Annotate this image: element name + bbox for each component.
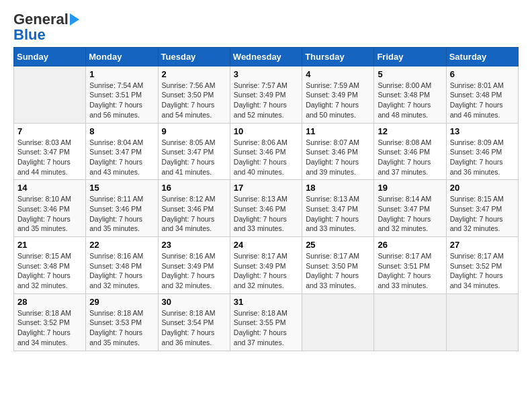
calendar-cell [374, 293, 446, 351]
calendar-cell: 31Sunrise: 8:18 AM Sunset: 3:55 PM Dayli… [230, 293, 302, 351]
day-info: Sunrise: 8:17 AM Sunset: 3:49 PM Dayligh… [234, 251, 298, 291]
weekday-header-tuesday: Tuesday [158, 47, 230, 66]
day-info: Sunrise: 7:56 AM Sunset: 3:50 PM Dayligh… [162, 81, 226, 120]
day-number: 19 [378, 183, 442, 193]
calendar-cell: 8Sunrise: 8:04 AM Sunset: 3:47 PM Daylig… [86, 123, 158, 180]
day-number: 16 [162, 183, 226, 193]
calendar-cell: 10Sunrise: 8:06 AM Sunset: 3:46 PM Dayli… [230, 123, 302, 180]
calendar-cell: 14Sunrise: 8:10 AM Sunset: 3:46 PM Dayli… [14, 180, 86, 237]
calendar-week-row: 21Sunrise: 8:15 AM Sunset: 3:48 PM Dayli… [14, 237, 519, 294]
day-number: 5 [378, 69, 442, 79]
day-info: Sunrise: 7:59 AM Sunset: 3:49 PM Dayligh… [306, 81, 370, 120]
weekday-header-wednesday: Wednesday [230, 47, 302, 66]
day-number: 6 [450, 69, 515, 79]
day-number: 17 [234, 183, 298, 193]
weekday-header-saturday: Saturday [446, 47, 518, 66]
calendar-week-row: 14Sunrise: 8:10 AM Sunset: 3:46 PM Dayli… [14, 180, 519, 237]
day-info: Sunrise: 8:16 AM Sunset: 3:49 PM Dayligh… [162, 251, 226, 291]
calendar-cell: 16Sunrise: 8:12 AM Sunset: 3:46 PM Dayli… [158, 180, 230, 237]
day-number: 9 [162, 126, 226, 136]
calendar-header-row: SundayMondayTuesdayWednesdayThursdayFrid… [14, 47, 519, 66]
day-number: 1 [89, 69, 154, 79]
day-info: Sunrise: 8:13 AM Sunset: 3:47 PM Dayligh… [306, 194, 370, 234]
day-number: 12 [378, 126, 442, 136]
calendar-cell: 4Sunrise: 7:59 AM Sunset: 3:49 PM Daylig… [302, 66, 374, 123]
calendar-cell: 7Sunrise: 8:03 AM Sunset: 3:47 PM Daylig… [14, 123, 86, 180]
day-info: Sunrise: 8:00 AM Sunset: 3:48 PM Dayligh… [378, 81, 442, 120]
calendar-cell [446, 293, 518, 351]
calendar-cell [302, 293, 374, 351]
day-number: 14 [17, 183, 82, 193]
day-number: 7 [17, 126, 82, 136]
calendar-cell: 2Sunrise: 7:56 AM Sunset: 3:50 PM Daylig… [158, 66, 230, 123]
day-number: 30 [162, 297, 226, 307]
logo: General Blue [13, 11, 79, 42]
calendar-cell: 19Sunrise: 8:14 AM Sunset: 3:47 PM Dayli… [374, 180, 446, 237]
day-number: 25 [306, 240, 370, 250]
day-number: 4 [306, 69, 370, 79]
day-info: Sunrise: 8:15 AM Sunset: 3:48 PM Dayligh… [17, 251, 82, 291]
day-info: Sunrise: 8:01 AM Sunset: 3:48 PM Dayligh… [450, 81, 515, 120]
day-number: 22 [89, 240, 154, 250]
day-info: Sunrise: 8:07 AM Sunset: 3:46 PM Dayligh… [306, 138, 370, 177]
calendar-cell: 27Sunrise: 8:17 AM Sunset: 3:52 PM Dayli… [446, 237, 518, 294]
day-info: Sunrise: 8:14 AM Sunset: 3:47 PM Dayligh… [378, 194, 442, 234]
day-number: 28 [17, 297, 82, 307]
day-number: 26 [378, 240, 442, 250]
calendar-week-row: 1Sunrise: 7:54 AM Sunset: 3:51 PM Daylig… [14, 66, 519, 123]
day-number: 13 [450, 126, 515, 136]
calendar-cell: 1Sunrise: 7:54 AM Sunset: 3:51 PM Daylig… [86, 66, 158, 123]
day-number: 15 [89, 183, 154, 193]
weekday-header-friday: Friday [374, 47, 446, 66]
calendar-cell: 3Sunrise: 7:57 AM Sunset: 3:49 PM Daylig… [230, 66, 302, 123]
logo-arrow-icon [70, 13, 79, 26]
calendar-cell: 25Sunrise: 8:17 AM Sunset: 3:50 PM Dayli… [302, 237, 374, 294]
calendar-cell: 15Sunrise: 8:11 AM Sunset: 3:46 PM Dayli… [86, 180, 158, 237]
day-info: Sunrise: 8:04 AM Sunset: 3:47 PM Dayligh… [89, 138, 154, 177]
day-number: 21 [17, 240, 82, 250]
logo-blue: Blue [13, 28, 46, 42]
calendar-cell: 24Sunrise: 8:17 AM Sunset: 3:49 PM Dayli… [230, 237, 302, 294]
day-info: Sunrise: 8:05 AM Sunset: 3:47 PM Dayligh… [162, 138, 226, 177]
page-header: General Blue [13, 11, 519, 42]
day-number: 3 [234, 69, 298, 79]
calendar-cell [14, 66, 86, 123]
calendar-cell: 5Sunrise: 8:00 AM Sunset: 3:48 PM Daylig… [374, 66, 446, 123]
day-info: Sunrise: 8:09 AM Sunset: 3:46 PM Dayligh… [450, 138, 515, 177]
calendar-cell: 17Sunrise: 8:13 AM Sunset: 3:46 PM Dayli… [230, 180, 302, 237]
calendar-cell: 11Sunrise: 8:07 AM Sunset: 3:46 PM Dayli… [302, 123, 374, 180]
weekday-header-thursday: Thursday [302, 47, 374, 66]
calendar-week-row: 28Sunrise: 8:18 AM Sunset: 3:52 PM Dayli… [14, 293, 519, 351]
day-info: Sunrise: 8:17 AM Sunset: 3:52 PM Dayligh… [450, 251, 515, 291]
day-info: Sunrise: 8:12 AM Sunset: 3:46 PM Dayligh… [162, 194, 226, 234]
calendar-week-row: 7Sunrise: 8:03 AM Sunset: 3:47 PM Daylig… [14, 123, 519, 180]
day-info: Sunrise: 8:17 AM Sunset: 3:50 PM Dayligh… [306, 251, 370, 291]
day-number: 31 [234, 297, 298, 307]
day-info: Sunrise: 7:57 AM Sunset: 3:49 PM Dayligh… [234, 81, 298, 120]
day-info: Sunrise: 8:18 AM Sunset: 3:55 PM Dayligh… [234, 308, 298, 348]
calendar-cell: 21Sunrise: 8:15 AM Sunset: 3:48 PM Dayli… [14, 237, 86, 294]
calendar-cell: 30Sunrise: 8:18 AM Sunset: 3:54 PM Dayli… [158, 293, 230, 351]
day-info: Sunrise: 8:06 AM Sunset: 3:46 PM Dayligh… [234, 138, 298, 177]
calendar-cell: 23Sunrise: 8:16 AM Sunset: 3:49 PM Dayli… [158, 237, 230, 294]
weekday-header-monday: Monday [86, 47, 158, 66]
day-info: Sunrise: 8:03 AM Sunset: 3:47 PM Dayligh… [17, 138, 82, 177]
day-info: Sunrise: 8:15 AM Sunset: 3:47 PM Dayligh… [450, 194, 515, 234]
calendar-cell: 29Sunrise: 8:18 AM Sunset: 3:53 PM Dayli… [86, 293, 158, 351]
day-info: Sunrise: 8:17 AM Sunset: 3:51 PM Dayligh… [378, 251, 442, 291]
calendar-cell: 26Sunrise: 8:17 AM Sunset: 3:51 PM Dayli… [374, 237, 446, 294]
calendar-cell: 6Sunrise: 8:01 AM Sunset: 3:48 PM Daylig… [446, 66, 518, 123]
day-number: 11 [306, 126, 370, 136]
day-number: 18 [306, 183, 370, 193]
calendar-cell: 13Sunrise: 8:09 AM Sunset: 3:46 PM Dayli… [446, 123, 518, 180]
day-info: Sunrise: 8:18 AM Sunset: 3:53 PM Dayligh… [89, 308, 154, 348]
day-info: Sunrise: 8:18 AM Sunset: 3:54 PM Dayligh… [162, 308, 226, 348]
day-number: 2 [162, 69, 226, 79]
day-info: Sunrise: 7:54 AM Sunset: 3:51 PM Dayligh… [89, 81, 154, 120]
weekday-header-sunday: Sunday [14, 47, 86, 66]
calendar-cell: 18Sunrise: 8:13 AM Sunset: 3:47 PM Dayli… [302, 180, 374, 237]
day-info: Sunrise: 8:10 AM Sunset: 3:46 PM Dayligh… [17, 194, 82, 234]
calendar-cell: 9Sunrise: 8:05 AM Sunset: 3:47 PM Daylig… [158, 123, 230, 180]
calendar-cell: 20Sunrise: 8:15 AM Sunset: 3:47 PM Dayli… [446, 180, 518, 237]
day-number: 29 [89, 297, 154, 307]
